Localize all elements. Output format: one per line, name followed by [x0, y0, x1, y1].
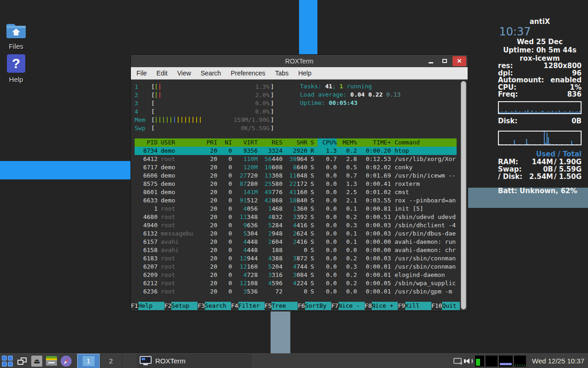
conky-stat-row: Swap:0B/ 5.59G	[498, 166, 582, 173]
fkey-f8-nice[interactable]: F8Nice +	[365, 302, 398, 310]
conky-cpu-graph	[498, 101, 582, 114]
fkey-f5-tree[interactable]: F5Tree	[265, 302, 298, 310]
taskbar-clock: Wed 12/25 10:37	[532, 357, 584, 365]
column-header-pid[interactable]: PID	[135, 138, 158, 147]
fkey-f10-quit[interactable]: F10Quit	[431, 302, 460, 310]
menu-item-help[interactable]: Help	[298, 69, 311, 77]
menu-item-edit[interactable]: Edit	[157, 69, 168, 77]
conky-battery: Batt: Unknown, 62%	[498, 187, 582, 195]
fkey-f2-setup[interactable]: F2Setup	[164, 302, 198, 310]
volume-icon[interactable]	[464, 358, 473, 364]
net-monitor-applet[interactable]	[486, 356, 498, 367]
fkey-f6-sortby[interactable]: F6SortBy	[298, 302, 331, 310]
menu-bar: FileEditViewSearchPreferencesTabsHelp	[131, 67, 468, 80]
fkey-f9-kill[interactable]: F9Kill	[398, 302, 431, 310]
minimize-button[interactable]	[425, 56, 437, 66]
show-desktop-button[interactable]: ⏏	[30, 355, 44, 368]
menu-grid-icon	[2, 356, 13, 367]
htop-tasks-line: Tasks: 41; 1 running	[300, 82, 401, 91]
display-settings-icon[interactable]	[453, 358, 462, 364]
window-list-button[interactable]	[15, 355, 29, 368]
process-row[interactable]: 6183root2001294443883872S0.00.20:00.03/u…	[135, 254, 457, 263]
file-manager-button[interactable]	[45, 355, 58, 368]
window-titlebar[interactable]: ROXTerm ✕	[131, 55, 468, 67]
fkey-f4-filter[interactable]: F4Filter	[231, 302, 265, 310]
workspace-button-1[interactable]: 1	[77, 354, 100, 368]
conky-disk-graph	[498, 131, 582, 145]
process-row[interactable]: 4940root200963652844416S0.00.30:00.03/sb…	[135, 221, 457, 230]
fkey-f3-search[interactable]: F3Search	[198, 302, 231, 310]
htop-function-key-bar: F1HelpF2SetupF3SearchF4FilterF5TreeF6Sor…	[131, 302, 460, 310]
column-header-cpu[interactable]: CPU%	[317, 138, 337, 147]
process-row[interactable]: 6158avahi20044481880S0.00.00:00.00avahi-…	[135, 246, 457, 254]
process-row[interactable]: 6236root2003536720S0.00.00:00.01/usr/sbi…	[135, 288, 457, 296]
system-tray: Wed 12/25 10:37	[453, 356, 588, 367]
compass-icon	[60, 355, 72, 367]
process-row[interactable]: 4680root2001134848323392S0.00.20:00.51/s…	[135, 213, 457, 221]
fkey-f7-nice[interactable]: F7Nice -	[331, 302, 365, 310]
column-header-time[interactable]: TIME+	[357, 138, 391, 147]
process-row[interactable]: 6212root2001210845964224S0.00.20:00.05/s…	[135, 279, 457, 288]
task-button-roxterm[interactable]: ROXTerm	[137, 354, 252, 368]
process-row[interactable]: 6132messagebu200530429482624S0.00.10:00.…	[135, 230, 457, 238]
workspace-button-2[interactable]: 2	[100, 354, 122, 368]
terminal-content[interactable]: 1[1.3%]2[2.0%]3[0.0%]4[0.0%]Mem[159M/1.9…	[131, 80, 468, 311]
column-header-shr[interactable]: SHR	[283, 138, 307, 147]
browser-button[interactable]	[59, 355, 73, 368]
process-row[interactable]: 6157avahi200444826042416S0.00.10:00.00av…	[135, 238, 457, 246]
task-button-label: ROXTerm	[155, 357, 186, 365]
terminal-scrollbar[interactable]	[461, 81, 466, 310]
column-header-virt[interactable]: VIRT	[232, 138, 258, 147]
conky-info-list: res:1280x800dpi:96Automount:enabledCPU:1…	[498, 63, 582, 98]
process-row[interactable]: 6412root200110M5644038964S0.72.80:12.53/…	[135, 155, 457, 163]
wallpaper-strip-bottom	[271, 311, 290, 353]
maximize-button[interactable]	[439, 56, 451, 66]
meter-swp: Swp[0K/5.59G]	[135, 124, 288, 132]
column-header-s[interactable]: S	[307, 138, 317, 147]
process-row[interactable]: 6717demo200120M106088640S0.00.50:02.02co…	[135, 163, 457, 172]
desktop-icon-label: Help	[0, 75, 32, 83]
close-button[interactable]: ✕	[452, 56, 466, 66]
window-title: ROXTerm	[131, 58, 468, 65]
start-menu-button[interactable]	[0, 355, 14, 368]
conky-distro: antiX	[498, 17, 582, 26]
meter-2: 2[2.0%]	[135, 91, 288, 99]
conky-used-total-header: Used / Total	[498, 150, 582, 158]
question-mark-icon: ?	[6, 54, 26, 73]
desktop-icon-files[interactable]: Files	[0, 21, 32, 50]
cpu-monitor-applet[interactable]	[475, 356, 484, 367]
wallpaper-strip-left	[0, 161, 130, 179]
column-header-command[interactable]: Command	[391, 138, 457, 147]
column-header-ni[interactable]: NI	[217, 138, 232, 147]
conky-disk-row: Disk:0B	[498, 118, 582, 125]
process-row[interactable]: 6209root200472833163084S0.00.20:00.01elo…	[135, 271, 457, 279]
process-row[interactable]: 6207root2001216052044744S0.00.30:00.01/u…	[135, 263, 457, 271]
process-row[interactable]: 1root200405614681360S0.00.10:00.81init […	[135, 205, 457, 213]
menu-item-tabs[interactable]: Tabs	[275, 69, 289, 77]
menu-item-file[interactable]: File	[136, 69, 147, 77]
process-row[interactable]: 8601demo200141M4977641160S0.02.50:01.02c…	[135, 188, 457, 196]
column-header-user[interactable]: USER	[158, 138, 199, 147]
process-row[interactable]: 6633demo200915124286818840S0.02.10:03.55…	[135, 196, 457, 205]
drawer-icon	[46, 356, 57, 366]
fkey-f1-help[interactable]: F1Help	[131, 302, 164, 310]
eject-icon: ⏏	[31, 356, 42, 367]
traffic-monitor-applet[interactable]	[514, 356, 526, 367]
process-row[interactable]: 6606demo200277201330811048S0.00.70:01.69…	[135, 172, 457, 180]
conky-stat-row: RAM:144M/ 1.90G	[498, 158, 582, 166]
conky-stat-row: / Disk:2.54M/ 1.50G	[498, 173, 582, 180]
menu-item-preferences[interactable]: Preferences	[231, 69, 265, 77]
desktop-icon-help[interactable]: ? Help	[0, 54, 32, 83]
wallpaper-strip-top	[299, 0, 317, 55]
taskbar: ⏏ 12 ROXTerm Wed 12/25 10:37	[0, 353, 588, 368]
column-header-pri[interactable]: PRI	[199, 138, 217, 147]
process-row-selected[interactable]: 8734demo200935633242920R1.30.20:00.20hto…	[135, 147, 457, 155]
menu-item-search[interactable]: Search	[201, 69, 221, 77]
meter-3: 3[0.0%]	[135, 99, 288, 107]
monitor-applets	[475, 356, 526, 367]
column-header-res[interactable]: RES	[258, 138, 283, 147]
memory-monitor-applet[interactable]	[499, 356, 513, 367]
column-header-mem[interactable]: MEM%	[337, 138, 357, 147]
menu-item-view[interactable]: View	[177, 69, 191, 77]
process-row[interactable]: 8575demo200872802558022172S0.01.30:00.41…	[135, 180, 457, 188]
